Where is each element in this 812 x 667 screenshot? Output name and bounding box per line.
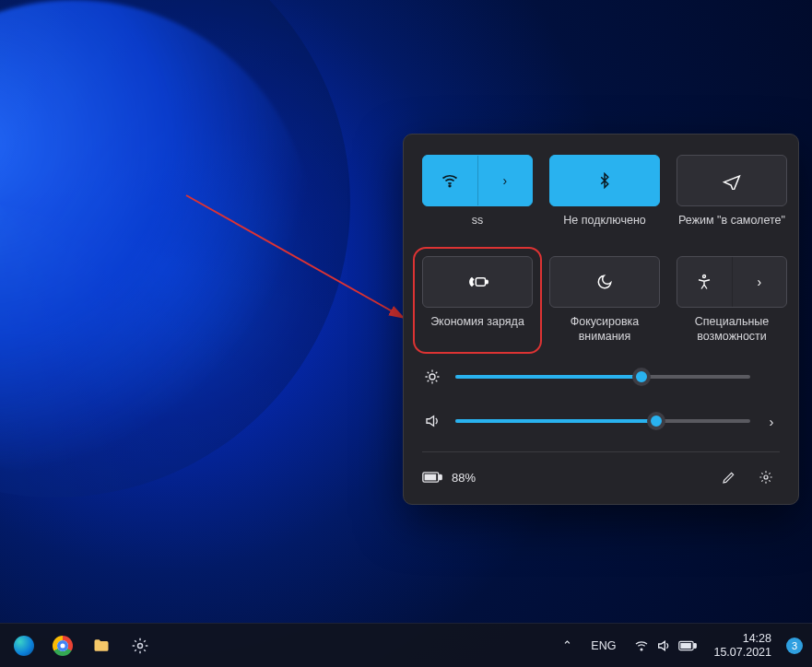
airplane-label: Режим "в самолете" (678, 214, 785, 243)
quick-settings-grid: › ss Не подключено Режим "в самолете" (422, 155, 780, 345)
bluetooth-toggle[interactable] (549, 155, 660, 206)
svg-point-5 (430, 374, 435, 380)
airplane-toggle[interactable] (677, 155, 787, 206)
chevron-right-icon: › (757, 275, 761, 289)
brightness-fill (455, 375, 641, 379)
tile-accessibility: › Специальные возможности (677, 256, 787, 345)
svg-point-4 (703, 275, 706, 278)
chevron-up-icon: ⌃ (562, 638, 572, 652)
volume-output-button[interactable]: › (763, 414, 780, 429)
moon-icon (596, 274, 613, 290)
clock-date: 15.07.2021 (713, 646, 771, 659)
svg-rect-3 (486, 280, 488, 283)
tile-wifi: › ss (422, 155, 533, 243)
edit-quick-settings-button[interactable] (715, 463, 743, 491)
focus-toggle[interactable] (549, 256, 660, 308)
taskbar-app-edge[interactable] (9, 631, 39, 661)
pencil-icon (722, 470, 736, 485)
tray-overflow-button[interactable]: ⌃ (557, 631, 578, 661)
bluetooth-icon (596, 172, 613, 189)
volume-icon (422, 413, 442, 429)
battery-icon (678, 640, 697, 651)
svg-rect-13 (681, 642, 692, 648)
language-text: ENG (591, 639, 616, 652)
focus-label: Фокусировка внимания (549, 315, 660, 345)
svg-rect-8 (440, 474, 442, 479)
brightness-row (422, 369, 780, 385)
svg-point-1 (449, 185, 451, 187)
svg-rect-14 (694, 643, 696, 648)
wifi-icon (634, 638, 649, 653)
clock-time: 14:28 (743, 632, 771, 645)
battery-saver-toggle[interactable] (422, 256, 533, 308)
taskbar-app-explorer[interactable] (87, 631, 116, 661)
svg-point-11 (641, 649, 643, 650)
accessibility-icon (677, 257, 732, 307)
taskbar: ⌃ ENG 14:28 15.07.2021 3 (0, 623, 812, 667)
bluetooth-label: Не подключено (563, 214, 646, 243)
wifi-expand-button[interactable]: › (477, 156, 533, 205)
svg-rect-2 (476, 278, 485, 287)
wifi-icon (423, 156, 477, 205)
brightness-thumb (632, 368, 651, 386)
volume-row: › (422, 413, 780, 429)
chevron-right-icon: › (770, 414, 774, 429)
settings-button[interactable] (752, 463, 780, 491)
taskbar-right: ⌃ ENG 14:28 15.07.2021 3 (557, 631, 803, 661)
quick-settings-panel: › ss Не подключено Режим "в самолете" (403, 134, 799, 505)
tile-focus: Фокусировка внимания (549, 256, 660, 345)
tile-battery-saver: Экономия заряда (418, 252, 536, 348)
system-tray[interactable] (629, 631, 702, 661)
notification-count: 3 (792, 640, 797, 651)
tile-airplane: Режим "в самолете" (677, 155, 787, 243)
brightness-slider[interactable] (455, 375, 750, 379)
tile-bluetooth: Не подключено (549, 155, 660, 243)
annotation-arrow (184, 193, 424, 341)
edge-icon (14, 636, 34, 656)
desktop-wallpaper (0, 0, 406, 553)
chevron-right-icon: › (502, 173, 507, 188)
sliders-section: › (422, 369, 780, 429)
svg-rect-7 (425, 474, 437, 481)
folder-icon (92, 637, 111, 655)
volume-slider[interactable] (455, 419, 750, 423)
panel-footer: 88% (422, 451, 780, 491)
svg-point-10 (138, 643, 143, 648)
airplane-icon (723, 171, 741, 190)
battery-saver-icon (466, 273, 488, 291)
accessibility-expand-button[interactable]: › (732, 257, 787, 307)
battery-icon (422, 471, 442, 484)
gear-icon (759, 470, 773, 485)
taskbar-app-settings[interactable] (125, 631, 155, 661)
taskbar-clock[interactable]: 14:28 15.07.2021 (710, 632, 775, 659)
chrome-icon (53, 636, 73, 656)
volume-icon (656, 638, 671, 653)
notification-badge[interactable]: 3 (786, 638, 803, 654)
taskbar-left (9, 631, 155, 661)
taskbar-app-chrome[interactable] (48, 631, 77, 661)
svg-point-9 (764, 475, 768, 479)
accessibility-toggle[interactable]: › (677, 256, 787, 308)
accessibility-label: Специальные возможности (677, 315, 787, 345)
gear-icon (131, 637, 149, 655)
wifi-toggle[interactable]: › (422, 155, 533, 206)
wifi-label: ss (472, 214, 484, 243)
volume-thumb (647, 412, 665, 430)
language-indicator[interactable]: ENG (585, 631, 621, 661)
battery-saver-label: Экономия заряда (430, 315, 524, 345)
battery-percentage[interactable]: 88% (452, 471, 476, 485)
brightness-icon (422, 369, 442, 385)
svg-line-0 (186, 195, 404, 318)
volume-fill (455, 419, 656, 423)
